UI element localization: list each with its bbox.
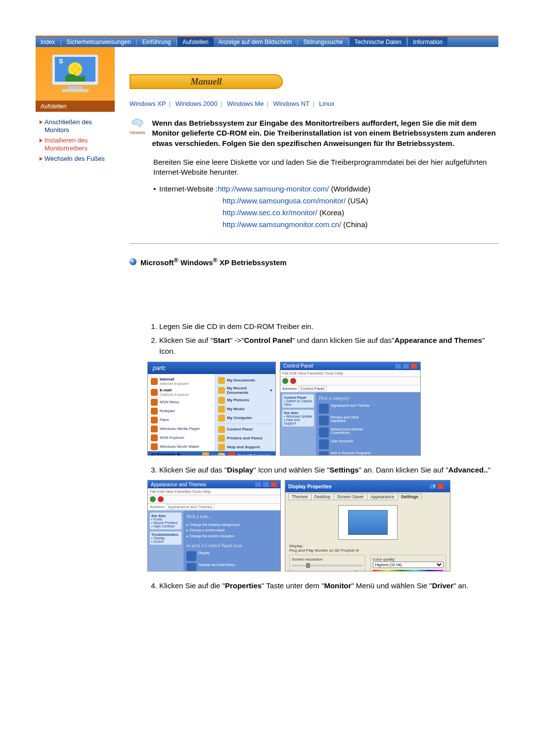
svg-text:S: S — [59, 57, 63, 65]
sidebar-item-stand[interactable]: Wechseln des Fußes — [40, 153, 111, 164]
os-links: Windows XP| Windows 2000| Windows Me| Wi… — [130, 100, 498, 107]
nav-tech[interactable]: Technische Daten — [350, 37, 406, 47]
hinweis-icon: Hinweis — [130, 118, 145, 148]
screenshot-display-properties: Display Properties? ThemesDesktopScreen … — [285, 480, 450, 571]
hinweis-text: Wenn das Betriebssystem zur Eingabe des … — [152, 118, 498, 148]
top-nav: Index| Sicherheitsanweisungen| Einführun… — [36, 37, 498, 47]
sidebar: S Aufstellen Anschließen des Monitors In… — [36, 47, 115, 594]
step-1: Legen Sie die CD in dem CD-ROM Treiber e… — [159, 321, 498, 332]
nav-info[interactable]: Information — [408, 37, 447, 47]
site-link-worldwide[interactable]: http://www.samsung-monitor.com/ — [218, 183, 329, 195]
sidebar-tab-label: Aufstellen — [36, 100, 115, 112]
manuell-heading: Manuell — [130, 74, 283, 89]
arrow-icon — [40, 120, 43, 124]
screenshot-row-1: parlc InternetInternet Explorer E-mailOu… — [147, 362, 498, 456]
site-link-china[interactable]: http://www.samsungmonitor.com.cn/ — [222, 219, 341, 231]
nav-safety[interactable]: Sicherheitsanweisungen — [61, 39, 135, 46]
nav-index[interactable]: Index — [36, 39, 60, 46]
bullet-icon — [130, 258, 136, 265]
screenshot-row-2: Appearance and Themes File Edit View Fav… — [147, 480, 498, 571]
nav-intro[interactable]: Einführung — [137, 39, 176, 46]
prepare-text: Bereiten Sie eine leere Diskette vor und… — [153, 157, 498, 178]
os-link-2000[interactable]: Windows 2000 — [176, 100, 218, 107]
screenshot-control-panel: Control Panel File Edit View Favorites T… — [280, 362, 421, 456]
section-heading-xp: Microsoft® Windows® XP Betriebssystem — [130, 257, 498, 267]
nav-trouble[interactable]: Störungssuche — [298, 39, 348, 46]
os-link-linux[interactable]: Linux — [319, 100, 334, 107]
svg-rect-3 — [62, 89, 89, 92]
arrow-icon — [40, 139, 43, 142]
os-link-xp[interactable]: Windows XP — [130, 100, 166, 107]
step-4: Klicken Sie auf die "Properties" Taste u… — [159, 580, 498, 591]
screenshot-start-menu: parlc InternetInternet Explorer E-mailOu… — [147, 362, 276, 456]
nav-setup[interactable]: Aufstellen — [178, 37, 214, 47]
sidebar-item-install[interactable]: Installieren des Monitortreibers — [40, 135, 111, 153]
website-list: •Internet-Website : http://www.samsung-m… — [153, 183, 498, 231]
nav-display[interactable]: Anzeige auf dem Bildschirm — [214, 39, 297, 46]
os-link-me[interactable]: Windows Me — [227, 100, 264, 107]
site-link-usa[interactable]: http://www.samsungusa.com/monitor/ — [222, 195, 346, 207]
sidebar-item-connect[interactable]: Anschließen des Monitors — [40, 117, 111, 135]
monitor-illustration: S — [36, 47, 115, 100]
step-3: Klicken Sie auf das "Display" Icon und w… — [159, 465, 498, 475]
os-link-nt[interactable]: Windows NT — [273, 100, 310, 107]
step-2: Klicken Sie auf "Start" ->"Control Panel… — [159, 335, 498, 357]
arrow-icon — [40, 157, 43, 161]
site-link-korea[interactable]: http://www.sec.co.kr/monitor/ — [222, 207, 317, 219]
main-content: Manuell Windows XP| Windows 2000| Window… — [115, 47, 498, 594]
screenshot-appearance-themes: Appearance and Themes File Edit View Fav… — [147, 480, 281, 571]
svg-rect-2 — [68, 86, 83, 89]
